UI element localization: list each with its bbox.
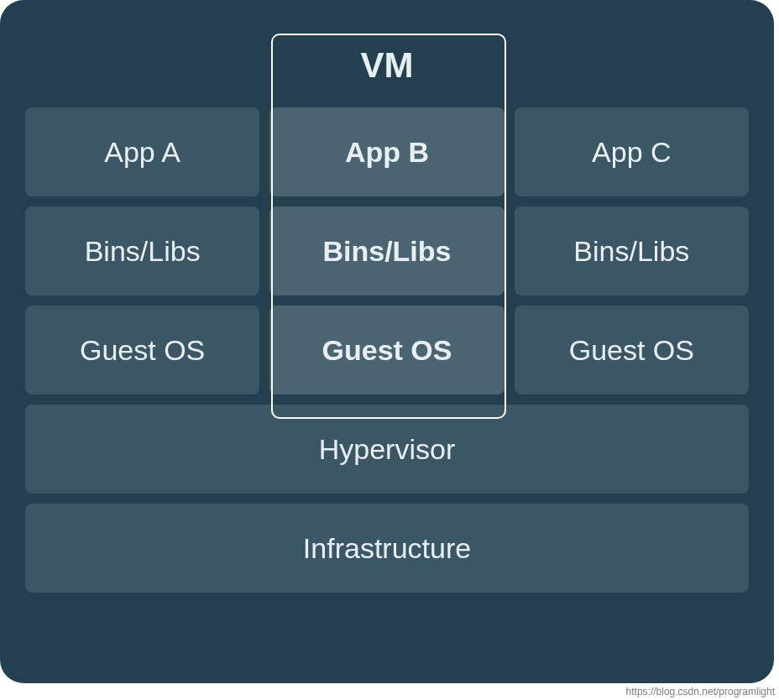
vm-architecture-diagram: VM App A App B App C Bins/Libs Bins/Libs… — [0, 0, 774, 683]
app-a-cell: App A — [25, 107, 259, 196]
os-b-cell: Guest OS — [269, 306, 504, 394]
hypervisor-layer: Hypervisor — [25, 405, 749, 494]
app-b-cell: App B — [269, 107, 504, 196]
bins-b-cell: Bins/Libs — [269, 206, 504, 295]
app-c-cell: App C — [515, 107, 749, 196]
watermark-text: https://blog.csdn.net/programlight — [626, 686, 775, 697]
apps-row: App A App B App C — [25, 107, 749, 196]
os-a-cell: Guest OS — [25, 306, 259, 394]
bottom-layers: Hypervisor Infrastructure — [25, 405, 749, 593]
bins-row: Bins/Libs Bins/Libs Bins/Libs — [25, 206, 749, 295]
infrastructure-layer: Infrastructure — [25, 504, 749, 593]
vm-title: VM — [25, 45, 749, 86]
bins-a-cell: Bins/Libs — [25, 206, 259, 295]
os-row: Guest OS Guest OS Guest OS — [25, 306, 749, 394]
bins-c-cell: Bins/Libs — [515, 206, 749, 295]
os-c-cell: Guest OS — [515, 306, 749, 394]
